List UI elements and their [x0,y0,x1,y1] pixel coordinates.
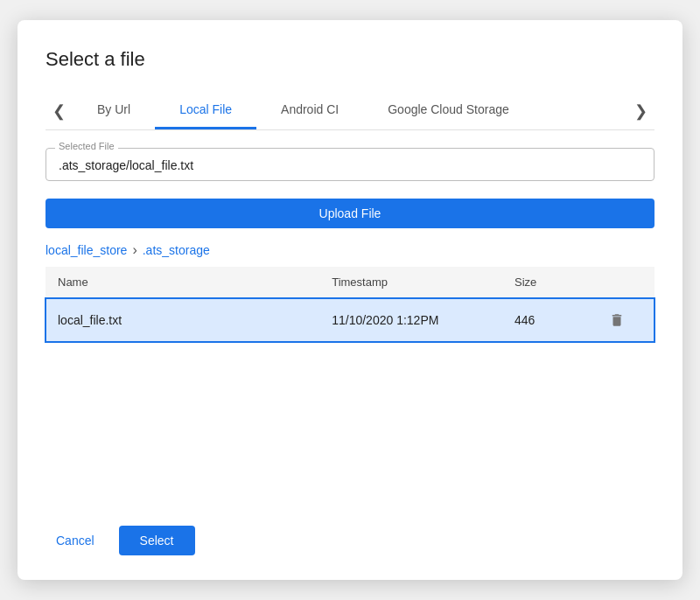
tab-local-file[interactable]: Local File [155,92,256,129]
col-header-timestamp: Timestamp [319,267,502,298]
tab-android-ci[interactable]: Android CI [256,92,363,129]
table-header-row: Name Timestamp Size [46,267,654,298]
selected-file-label: Selected File [55,141,118,151]
file-size-cell: 446 [502,298,593,343]
tabs-list: By Url Local File Android CI Google Clou… [73,92,627,129]
select-button[interactable]: Select [119,526,195,555]
tabs-container: ❮ By Url Local File Android CI Google Cl… [46,92,654,130]
file-action-cell [593,298,654,343]
file-select-dialog: Select a file ❮ By Url Local File Androi… [18,20,682,580]
breadcrumb: local_file_store › .ats_storage [46,242,654,258]
dialog-title: Select a file [46,48,654,71]
file-timestamp-cell: 11/10/2020 1:12PM [319,298,502,343]
tabs-next-button[interactable]: ❯ [627,98,654,124]
tabs-prev-button[interactable]: ❮ [46,98,73,124]
selected-file-value: .ats_storage/local_file.txt [59,158,193,172]
table-row[interactable]: local_file.txt11/10/2020 1:12PM446 [46,298,654,343]
tab-by-url[interactable]: By Url [73,92,155,129]
file-table: Name Timestamp Size local_file.txt11/10/… [46,267,654,342]
selected-file-field: Selected File .ats_storage/local_file.tx… [46,148,654,181]
upload-file-button[interactable]: Upload File [46,199,654,228]
tab-google-cloud-storage[interactable]: Google Cloud Storage [363,92,534,129]
breadcrumb-current[interactable]: .ats_storage [143,243,210,257]
col-header-size: Size [502,267,593,298]
cancel-button[interactable]: Cancel [46,527,105,555]
col-header-name: Name [46,267,319,298]
delete-file-button[interactable] [606,309,628,331]
file-name-cell: local_file.txt [46,298,319,343]
breadcrumb-separator: › [132,242,136,258]
dialog-footer: Cancel Select [46,526,654,555]
col-header-action [593,267,654,298]
breadcrumb-root[interactable]: local_file_store [46,243,127,257]
